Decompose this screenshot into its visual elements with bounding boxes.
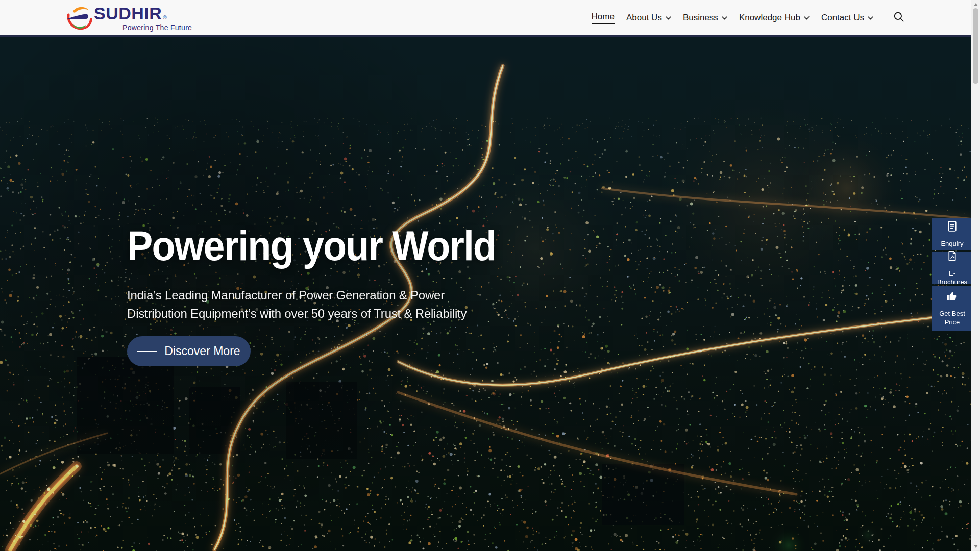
hero-section: Powering your World India’s Leading Manu… [0, 35, 971, 551]
hero-divider [0, 35, 971, 37]
dash-icon [137, 351, 157, 352]
pdf-file-icon [946, 249, 959, 264]
main-nav: Home About Us Business Knowledge Hub [592, 10, 905, 25]
scroll-down-arrow[interactable] [971, 543, 980, 550]
chevron-down-icon [804, 16, 810, 20]
site-header: SUDHIR ® Powering The Future Home About … [0, 0, 971, 35]
search-icon [892, 10, 905, 25]
discover-more-button[interactable]: Discover More [127, 336, 251, 366]
hero-subheading: India’s Leading Manufacturer of Power Ge… [127, 286, 467, 323]
hero-heading: Powering your World [127, 222, 496, 270]
vertical-scrollbar[interactable] [971, 0, 980, 551]
get-best-price-button[interactable]: Get Best Price [932, 286, 972, 331]
brand-name: SUDHIR [94, 5, 162, 22]
enquiry-button[interactable]: Enquiry [932, 218, 972, 250]
nav-item-knowledge-hub[interactable]: Knowledge Hub [739, 13, 810, 23]
nav-item-business[interactable]: Business [683, 13, 727, 23]
document-lines-icon [946, 220, 959, 235]
scroll-up-arrow[interactable] [971, 1, 980, 8]
brand-logo-icon [66, 5, 92, 31]
nav-item-home[interactable]: Home [592, 12, 615, 24]
brand-logo[interactable]: SUDHIR ® Powering The Future [66, 5, 192, 31]
nav-item-contact-us[interactable]: Contact Us [821, 13, 873, 23]
scrollbar-thumb[interactable] [973, 8, 978, 84]
thumbs-up-icon [946, 290, 959, 305]
chevron-down-icon [868, 16, 873, 20]
brand-tagline: Powering The Future [122, 24, 192, 31]
nav-item-about-us[interactable]: About Us [626, 13, 671, 23]
floating-action-rail: Enquiry E-Brochures Get Best Price [932, 218, 972, 331]
chevron-down-icon [666, 16, 671, 20]
e-brochures-button[interactable]: E-Brochures [932, 252, 972, 284]
chevron-down-icon [722, 16, 727, 20]
search-button[interactable] [892, 10, 905, 25]
registered-mark: ® [163, 15, 166, 20]
